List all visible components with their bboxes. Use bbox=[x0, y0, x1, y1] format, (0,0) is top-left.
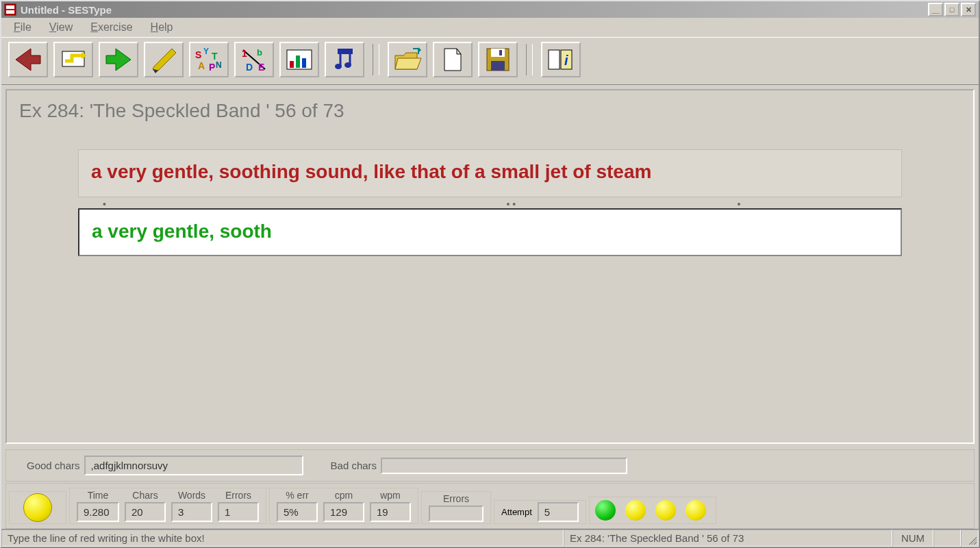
chars-label: Chars bbox=[132, 490, 158, 501]
words-value: 3 bbox=[171, 502, 212, 522]
toolbar-chars-button[interactable]: 1bDE bbox=[234, 42, 274, 77]
svg-text:Y: Y bbox=[203, 47, 209, 56]
toolbar-separator bbox=[373, 44, 379, 75]
svg-rect-22 bbox=[296, 55, 300, 68]
status-hint: Type the line of red writing in the whit… bbox=[1, 530, 564, 547]
prompt-box: a very gentle, soothing sound, like that… bbox=[78, 149, 902, 197]
svg-marker-29 bbox=[418, 47, 421, 53]
attempt-light-icon bbox=[655, 500, 676, 521]
svg-text:1: 1 bbox=[242, 48, 247, 59]
good-chars-label: Good chars bbox=[27, 460, 80, 471]
svg-rect-36 bbox=[549, 50, 560, 69]
cpm-value: 129 bbox=[323, 502, 364, 522]
svg-marker-7 bbox=[153, 49, 176, 71]
prompt-text: a very gentle, soothing sound, like that… bbox=[91, 161, 889, 183]
bad-chars-label: Bad chars bbox=[331, 460, 377, 471]
toolbar-chart-button[interactable] bbox=[279, 42, 319, 77]
menu-exercise[interactable]: Exercise bbox=[84, 20, 139, 35]
attempt-light-icon bbox=[595, 500, 616, 521]
svg-point-26 bbox=[344, 62, 351, 68]
svg-text:b: b bbox=[257, 47, 262, 58]
cpm-label: cpm bbox=[335, 490, 353, 501]
chars-panel: Good chars ,adfgjklmnorsuvy Bad chars bbox=[5, 449, 975, 482]
status-light-icon bbox=[23, 493, 52, 522]
attempt-light-icon bbox=[625, 500, 646, 521]
toolbar-open-button[interactable] bbox=[388, 42, 427, 77]
exercise-area: Ex 284: 'The Speckled Band ' 56 of 73 a … bbox=[5, 89, 975, 444]
svg-rect-23 bbox=[302, 58, 306, 68]
svg-rect-24 bbox=[338, 49, 353, 54]
resize-grip-icon[interactable] bbox=[961, 530, 979, 547]
menu-file[interactable]: File bbox=[7, 20, 38, 35]
svg-text:N: N bbox=[216, 60, 222, 70]
svg-marker-6 bbox=[106, 49, 131, 71]
maximize-button[interactable]: □ bbox=[944, 3, 959, 16]
attempt-light-icon bbox=[686, 500, 706, 521]
words-label: Words bbox=[178, 490, 205, 501]
svg-text:E: E bbox=[258, 62, 264, 73]
toolbar-next-button[interactable] bbox=[99, 42, 138, 77]
status-exercise: Ex 284: 'The Speckled Band ' 56 of 73 bbox=[564, 530, 892, 547]
svg-text:S: S bbox=[195, 49, 201, 60]
svg-rect-33 bbox=[491, 49, 505, 57]
toolbar-repeat-button[interactable] bbox=[53, 42, 93, 77]
toolbar-save-button[interactable] bbox=[478, 42, 518, 77]
svg-marker-3 bbox=[16, 49, 40, 71]
time-label: Time bbox=[88, 490, 109, 501]
svg-rect-2 bbox=[6, 10, 14, 14]
toolbar-back-button[interactable] bbox=[8, 42, 48, 77]
status-spare bbox=[933, 530, 961, 547]
errors-label: Errors bbox=[225, 490, 251, 501]
good-chars-value: ,adfgjklmnorsuvy bbox=[84, 456, 303, 475]
svg-text:D: D bbox=[246, 62, 253, 73]
typed-text: a very gentle, sooth bbox=[92, 221, 888, 242]
svg-rect-34 bbox=[491, 61, 505, 71]
toolbar-letters-button[interactable]: SYTAPN bbox=[189, 42, 229, 77]
attempt-label: Attempt bbox=[501, 507, 532, 517]
ruler-marks: • • • • bbox=[78, 200, 902, 207]
minimize-button[interactable]: __ bbox=[928, 3, 943, 16]
svg-rect-35 bbox=[499, 50, 502, 55]
app-icon bbox=[4, 3, 16, 16]
toolbar-new-button[interactable] bbox=[433, 42, 473, 77]
svg-rect-21 bbox=[290, 61, 294, 68]
menu-view[interactable]: View bbox=[42, 20, 79, 35]
svg-text:A: A bbox=[198, 60, 205, 71]
typing-panel: a very gentle, soothing sound, like that… bbox=[78, 149, 902, 256]
bad-chars-value bbox=[381, 458, 627, 474]
svg-point-25 bbox=[335, 64, 342, 69]
attempt-value: 5 bbox=[538, 502, 579, 522]
status-numlock: NUM bbox=[892, 530, 933, 547]
toolbar-edit-button[interactable] bbox=[144, 42, 184, 77]
status-bar: Type the line of red writing in the whit… bbox=[1, 529, 979, 547]
toolbar: SYTAPN 1bDE i bbox=[1, 37, 979, 85]
info-panels: Good chars ,adfgjklmnorsuvy Bad chars Ti… bbox=[1, 448, 979, 529]
errors2-value bbox=[429, 506, 483, 522]
close-button[interactable]: ✕ bbox=[961, 3, 976, 16]
errors2-label: Errors bbox=[443, 493, 469, 504]
toolbar-sound-button[interactable] bbox=[325, 42, 364, 77]
toolbar-separator-2 bbox=[526, 44, 533, 75]
wpm-value: 19 bbox=[370, 502, 411, 522]
errors-value: 1 bbox=[218, 502, 259, 522]
svg-marker-28 bbox=[395, 58, 421, 69]
svg-rect-1 bbox=[6, 5, 14, 9]
pcterr-value: 5% bbox=[277, 502, 318, 522]
app-window: Untitled - SESType __ □ ✕ File View Exer… bbox=[0, 0, 980, 548]
toolbar-about-button[interactable]: i bbox=[541, 42, 581, 77]
menu-help[interactable]: Help bbox=[144, 20, 180, 35]
chars-value: 20 bbox=[125, 502, 166, 522]
stats-panel: Time9.280 Chars20 Words3 Errors1 % err5%… bbox=[5, 483, 975, 529]
pcterr-label: % err bbox=[286, 490, 308, 501]
svg-text:i: i bbox=[564, 53, 568, 68]
svg-text:P: P bbox=[209, 62, 215, 73]
title-bar: Untitled - SESType __ □ ✕ bbox=[1, 1, 979, 18]
exercise-header: Ex 284: 'The Speckled Band ' 56 of 73 bbox=[19, 100, 961, 122]
menu-bar: File View Exercise Help bbox=[1, 18, 979, 37]
svg-marker-31 bbox=[457, 49, 461, 54]
window-title: Untitled - SESType bbox=[21, 4, 927, 16]
typing-input[interactable]: a very gentle, sooth bbox=[78, 208, 902, 256]
time-value: 9.280 bbox=[77, 502, 119, 522]
wpm-label: wpm bbox=[380, 490, 401, 501]
attempt-lights bbox=[589, 497, 716, 524]
